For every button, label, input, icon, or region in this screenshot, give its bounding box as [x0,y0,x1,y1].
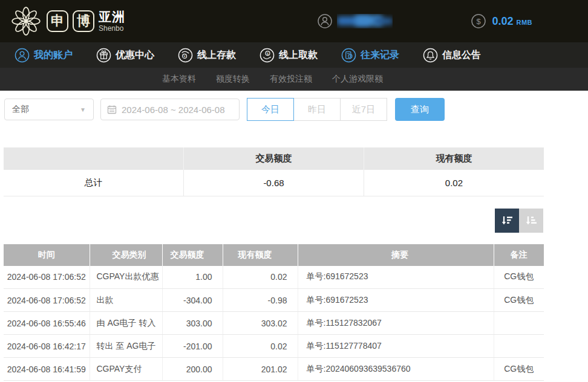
gift-icon [96,48,111,63]
summary-current-total: 0.02 [364,170,544,196]
cell-type: CGPAY支付 [90,358,162,381]
table-row: 2024-06-08 16:42:17 转出 至 AG电子 -201.00 0.… [4,335,544,358]
nav-label: 信息公告 [442,49,481,62]
col-header-balance[interactable]: 现有额度 [223,244,298,266]
brand-logo[interactable]: 申 博 亚洲 Shenbo [10,5,125,37]
summary-table: 交易额度 现有额度 总计 -0.68 0.02 [4,147,544,196]
withdraw-icon: $ [260,48,275,63]
cell-type: 转出 至 AG电子 [90,335,162,358]
subnav-item-basic-info[interactable]: 基本资料 [162,74,196,85]
nav-label: 往来记录 [361,49,399,62]
cell-type: 出款 [90,289,162,312]
date-range-value: 2024-06-08 ~ 2024-06-08 [122,105,225,115]
cell-balance: 201.02 [223,358,298,381]
subnav-item-quota-transfer[interactable]: 额度转换 [216,74,250,85]
summary-total-row: 总计 -0.68 0.02 [4,170,544,196]
sort-descending-button[interactable] [495,209,519,233]
balance-currency: RMB [516,19,532,26]
cell-amount: 1.00 [162,266,223,289]
cell-summary: 单号:691672523 [298,289,494,312]
nav-item-promotions[interactable]: 优惠中心 [96,48,154,63]
col-header-amount[interactable]: 交易额度 [162,244,223,266]
nav-item-withdraw[interactable]: $ 线上取款 [260,48,318,63]
top-header: 申 博 亚洲 Shenbo $ 0.02 RMB [0,0,588,42]
balance-dollar-icon: $ [471,14,486,28]
table-row: 2024-06-08 16:55:46 由 AG电子 转入 303.00 303… [4,312,544,335]
today-button[interactable]: 今日 [247,98,294,121]
summary-total-label: 总计 [4,170,184,196]
flower-logo-icon [10,5,42,37]
transactions-table: 时间 交易类别 交易额度 现有额度 摘要 备注 2024-06-08 17:06… [4,244,544,381]
cell-note: CG钱包 [494,358,544,381]
table-header-row: 时间 交易类别 交易额度 现有额度 摘要 备注 [4,244,544,266]
col-header-note[interactable]: 备注 [494,244,544,266]
records-icon [341,48,356,63]
nav-item-deposit[interactable]: ¥ 线上存款 [178,48,236,63]
main-nav: 我的账户 优惠中心 ¥ 线上存款 $ 线上取款 [0,42,588,68]
logo-char-box: 博 [73,10,94,32]
nav-label: 线上取款 [279,49,318,62]
summary-header-transaction: 交易额度 [184,147,364,170]
nav-label: 线上存款 [197,49,236,62]
nav-item-announcements[interactable]: 信息公告 [423,48,481,63]
cell-summary: 单号:115127832067 [298,312,494,335]
category-select[interactable]: 全部 ▼ [4,99,94,120]
svg-text:$: $ [267,51,269,55]
summary-transaction-total: -0.68 [184,170,364,196]
search-button[interactable]: 查询 [395,98,445,121]
cell-note [494,335,544,358]
logo-region-text: 亚洲 [99,10,125,23]
bell-icon [423,48,438,63]
filter-bar: 全部 ▼ 2024-06-08 ~ 2024-06-08 今日 昨日 近7日 查… [4,98,588,121]
cell-time: 2024-06-08 16:42:17 [4,335,90,358]
svg-text:¥: ¥ [184,54,186,58]
col-header-summary[interactable]: 摘要 [298,244,494,266]
cell-note [494,312,544,335]
cell-note: CG钱包 [494,266,544,289]
user-icon [15,48,30,63]
sort-ascending-button[interactable] [519,209,543,233]
nav-label: 我的账户 [34,49,73,62]
balance-display[interactable]: 0.02 RMB [492,15,532,28]
subnav-item-game-limits[interactable]: 个人游戏限额 [332,74,383,85]
nav-label: 优惠中心 [116,49,154,62]
deposit-icon: ¥ [178,48,193,63]
sort-descending-icon [500,214,514,227]
cell-type: 由 AG电子 转入 [90,312,162,335]
date-range-input[interactable]: 2024-06-08 ~ 2024-06-08 [100,99,240,120]
yesterday-button[interactable]: 昨日 [293,98,341,121]
table-row: 2024-06-08 17:06:52 CGPAY出款优惠 1.00 0.02 … [4,266,544,289]
cell-amount: -304.00 [162,289,223,312]
cell-amount: -201.00 [162,335,223,358]
username-blurred[interactable] [337,14,393,28]
cell-summary: 单号:202406093639536760 [298,358,494,381]
subnav-item-valid-bets[interactable]: 有效投注额 [270,74,312,85]
table-row: 2024-06-08 16:41:59 CGPAY支付 200.00 201.0… [4,358,544,381]
quick-date-button-group: 今日 昨日 近7日 [247,98,387,121]
nav-item-transaction-records[interactable]: 往来记录 [341,48,399,63]
summary-header-empty [4,147,184,170]
cell-balance: 0.02 [223,335,298,358]
nav-item-my-account[interactable]: 我的账户 [15,48,73,63]
cell-time: 2024-06-08 17:06:52 [4,289,90,312]
cell-amount: 303.00 [162,312,223,335]
cell-balance: -0.98 [223,289,298,312]
cell-summary: 单号:115127778407 [298,335,494,358]
cell-summary: 单号:691672523 [298,266,494,289]
sort-ascending-icon [524,214,538,227]
cell-balance: 303.02 [223,312,298,335]
balance-amount: 0.02 [492,15,513,28]
summary-header-current: 现有额度 [364,147,544,170]
chevron-down-icon: ▼ [80,106,86,113]
user-avatar-icon [318,14,332,28]
cell-type: CGPAY出款优惠 [90,266,162,289]
category-selected-value: 全部 [12,104,29,115]
col-header-type[interactable]: 交易类别 [90,244,162,266]
col-header-time[interactable]: 时间 [4,244,90,266]
cell-amount: 200.00 [162,358,223,381]
cell-time: 2024-06-08 17:06:52 [4,266,90,289]
cell-balance: 0.02 [223,266,298,289]
last-7-days-button[interactable]: 近7日 [340,98,387,121]
table-row: 2024-06-08 17:06:52 出款 -304.00 -0.98 单号:… [4,289,544,312]
logo-subtitle: Shenbo [99,25,125,32]
